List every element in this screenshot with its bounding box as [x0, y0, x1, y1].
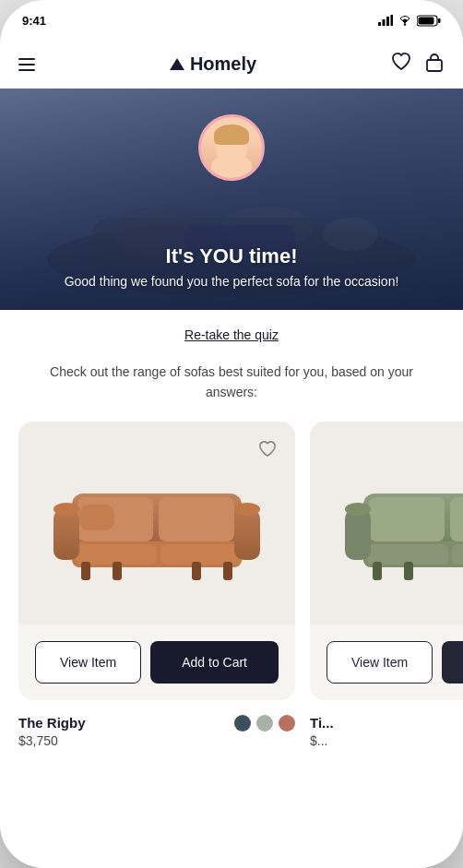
scroll-content[interactable]: Re-take the quiz Check out the range of …: [0, 310, 463, 868]
hero-text: It's YOU time! Good thing we found you t…: [0, 244, 463, 291]
product-meta-row-1: The Rigby: [18, 715, 295, 732]
svg-rect-38: [345, 509, 371, 560]
svg-rect-1: [383, 19, 386, 26]
phone-frame: 9:41: [0, 0, 463, 868]
svg-rect-33: [369, 497, 445, 541]
product-meta-row-2: Ti...: [310, 715, 463, 732]
svg-rect-43: [404, 562, 413, 580]
product-info-1: The Rigby $3,750: [18, 711, 295, 749]
svg-rect-28: [113, 562, 122, 580]
product-wishlist-button[interactable]: [253, 434, 282, 464]
svg-rect-3: [391, 15, 394, 26]
wishlist-button[interactable]: [391, 53, 411, 76]
brand-logo: Homely: [170, 54, 256, 75]
svg-rect-30: [223, 562, 232, 580]
add-to-cart-button-2[interactable]: Add to Cart: [442, 641, 463, 684]
svg-rect-36: [367, 544, 448, 565]
svg-rect-29: [192, 562, 201, 580]
product-name-2: Ti...: [310, 715, 334, 731]
battery-icon: [417, 15, 441, 27]
svg-point-26: [234, 503, 260, 516]
status-icons: [378, 15, 441, 27]
svg-rect-6: [419, 17, 434, 24]
svg-point-4: [404, 23, 406, 25]
sofa-svg: [46, 458, 267, 588]
product-image-area: [18, 422, 295, 624]
sofa-svg-2: [338, 458, 463, 588]
svg-rect-42: [373, 562, 382, 580]
product-actions-2: View Item Add to Cart: [310, 624, 463, 700]
hero-title: It's YOU time!: [0, 244, 463, 268]
hero-section: It's YOU time! Good thing we found you t…: [0, 89, 463, 310]
svg-rect-24: [234, 509, 260, 560]
svg-rect-21: [76, 544, 157, 565]
products-scroll[interactable]: View Item Add to Cart: [0, 422, 463, 700]
cart-button[interactable]: [424, 53, 445, 77]
add-to-cart-button[interactable]: Add to Cart: [150, 641, 279, 684]
product-card: View Item Add to Cart: [18, 422, 295, 700]
hero-avatar: [198, 114, 265, 181]
svg-rect-34: [450, 497, 463, 541]
avatar-face: [201, 117, 262, 178]
view-item-button-2[interactable]: View Item: [326, 641, 433, 684]
hero-subtitle: Good thing we found you the perfect sofa…: [0, 272, 463, 291]
subtitle-section: Check out the range of sofas best suited…: [0, 354, 463, 422]
status-bar: 9:41: [0, 0, 463, 41]
svg-rect-37: [452, 544, 463, 565]
product-price-2: $...: [310, 733, 327, 748]
color-dot-1a[interactable]: [234, 715, 251, 731]
status-time: 9:41: [22, 14, 46, 28]
brand-name: Homely: [190, 54, 256, 75]
signal-icon: [378, 15, 393, 26]
svg-rect-0: [378, 22, 381, 26]
heart-outline-icon: [258, 441, 277, 458]
color-dot-1c[interactable]: [279, 715, 295, 731]
svg-rect-22: [160, 544, 242, 565]
heart-icon: [391, 53, 411, 71]
avatar-hair: [214, 125, 249, 145]
nav-actions: [391, 53, 445, 77]
product-colors-1: [234, 715, 295, 731]
avatar-circle: [198, 114, 265, 181]
products-info-row: The Rigby $3,750 Ti... $...: [0, 700, 463, 749]
product-price-1: $3,750: [18, 733, 58, 748]
svg-rect-31: [79, 505, 114, 530]
hamburger-button[interactable]: [18, 58, 35, 71]
bag-icon: [424, 53, 445, 73]
svg-rect-23: [53, 509, 79, 560]
product-card-2: View Item Add to Cart: [310, 422, 463, 700]
svg-rect-2: [386, 17, 389, 26]
view-item-button[interactable]: View Item: [35, 641, 141, 684]
retake-section: Re-take the quiz: [0, 310, 463, 354]
svg-point-40: [345, 503, 371, 516]
product-image-area-2: [310, 422, 463, 624]
subtitle-text: Check out the range of sofas best suited…: [37, 362, 426, 403]
product-info-2: Ti... $...: [310, 711, 463, 749]
svg-rect-27: [81, 562, 90, 580]
svg-rect-19: [159, 497, 234, 541]
wifi-icon: [398, 15, 412, 26]
svg-point-25: [53, 503, 79, 516]
svg-rect-8: [427, 60, 442, 71]
product-name-1: The Rigby: [18, 715, 86, 731]
retake-quiz-link[interactable]: Re-take the quiz: [184, 327, 279, 342]
nav-bar: Homely: [0, 41, 463, 89]
logo-triangle-icon: [170, 58, 184, 70]
color-dot-1b[interactable]: [256, 715, 273, 731]
svg-rect-7: [438, 18, 441, 23]
product-actions: View Item Add to Cart: [18, 624, 295, 700]
